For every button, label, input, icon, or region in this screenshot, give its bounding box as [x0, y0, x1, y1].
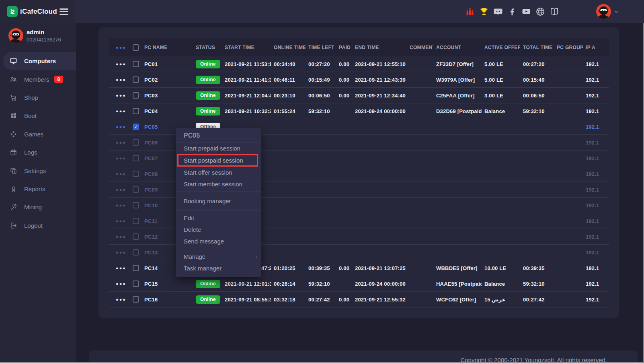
row-actions-button[interactable]: ●●● [109, 188, 129, 192]
row-actions-button[interactable]: ●●● [109, 266, 129, 270]
discord-icon[interactable] [493, 7, 503, 16]
user-profile[interactable]: admin 002041136276 [0, 28, 76, 45]
sidebar-item-mining[interactable]: Mining [0, 198, 76, 216]
row-actions-button[interactable]: ●●● [109, 203, 129, 207]
cell-total_time: 00:39:35 [520, 265, 554, 271]
cell-end_time: 2021-09-21 12:34:40 [352, 93, 407, 99]
pc-context-menu: PC05 Start prepaid sessionStart postpaid… [176, 128, 261, 277]
sidebar-item-label: Logs [24, 149, 37, 156]
menu-toggle-icon[interactable] [59, 8, 68, 15]
row-checkbox[interactable] [133, 108, 139, 114]
row-checkbox[interactable] [133, 76, 139, 83]
sidebar-item-games[interactable]: Games [0, 125, 76, 143]
row-actions-button[interactable]: ●●● [109, 140, 129, 144]
row-actions-button[interactable]: ●●● [109, 235, 129, 239]
cell-online_time: 00:34:40 [271, 61, 306, 67]
cell-account: WCFC62 [Offer] [433, 297, 482, 303]
cell-ip: 192.1 [583, 61, 609, 67]
menu-item-start-offer-session[interactable]: Start offer session [176, 167, 261, 178]
row-checkbox[interactable] [133, 155, 139, 161]
sidebar-item-label: Mining [24, 204, 42, 210]
cell-name: PC15 [142, 281, 193, 287]
cell-ip: 192.1 [583, 77, 609, 83]
row-checkbox[interactable] [133, 139, 139, 146]
row-actions-button[interactable]: ●●● [109, 250, 129, 254]
row-checkbox[interactable] [133, 202, 139, 208]
sidebar-avatar [8, 28, 23, 43]
row-checkbox[interactable] [133, 171, 139, 177]
sidebar-item-settings[interactable]: Settings [0, 161, 76, 179]
cell-account: C25FAA [Offer] [433, 93, 482, 99]
trophy-icon[interactable] [479, 7, 489, 16]
book-icon[interactable] [550, 7, 559, 16]
row-checkbox[interactable] [133, 61, 139, 67]
cell-time_left: 59:32:10 [306, 108, 336, 114]
youtube-icon[interactable] [521, 7, 531, 16]
bulk-actions-button[interactable]: ●●● [109, 45, 129, 50]
sidebar-item-members[interactable]: Members8 [0, 70, 76, 88]
row-actions-button[interactable]: ●●● [109, 219, 129, 223]
cell-online_time: 00:46:11 [271, 77, 306, 83]
row-checkbox[interactable] [133, 280, 139, 287]
divider [176, 192, 261, 192]
row-checkbox[interactable] [133, 92, 139, 99]
chevron-down-icon[interactable] [614, 8, 619, 16]
select-all-checkbox[interactable] [133, 44, 139, 51]
row-actions-button[interactable]: ●●● [109, 156, 129, 160]
cell-end_time: 2021-09-21 13:07:25 [352, 265, 407, 271]
globe-icon[interactable] [535, 7, 545, 16]
sidebar-item-computers[interactable]: Computers [3, 52, 76, 70]
column-header-active_offer: ACTIVE OFFER [482, 45, 520, 50]
row-actions-button[interactable]: ●●● [109, 282, 129, 286]
ranking-icon[interactable] [465, 7, 475, 16]
row-actions-button[interactable]: ●●● [109, 172, 129, 176]
menu-item-start-postpaid-session[interactable]: Start postpaid session [177, 154, 258, 167]
column-header-total_time: TOTAL TIME [520, 45, 554, 50]
row-checkbox[interactable] [133, 186, 139, 193]
row-checkbox[interactable] [133, 233, 139, 240]
cell-ip: 192.1 [583, 171, 609, 177]
sidebar-item-logs[interactable]: Logs [0, 143, 76, 161]
user-id: 002041136276 [27, 37, 61, 43]
cell-end_time: 2021-09-24 00:00:00 [352, 108, 407, 114]
sidebar-item-logout[interactable]: Logout [0, 217, 76, 235]
menu-item-delete[interactable]: Delete [176, 224, 261, 235]
menu-item-task-manager[interactable]: Task manager [176, 262, 261, 274]
user-avatar[interactable] [596, 4, 611, 19]
sidebar-item-boot[interactable]: Boot [0, 107, 76, 125]
cell-name: PC16 [142, 297, 193, 303]
row-actions-button[interactable]: ●●● [109, 109, 129, 113]
status-badge: Online [196, 91, 220, 100]
cell-start_time: 2021-09-21 08:55:32 [222, 297, 271, 303]
status-badge: Online [196, 76, 220, 84]
row-checkbox[interactable]: ✓ [133, 124, 139, 130]
row-actions-button[interactable]: ●●● [109, 93, 129, 97]
sidebar-item-shop[interactable]: Shop [0, 89, 76, 107]
row-actions-button[interactable]: ●●● [109, 297, 129, 301]
menu-item-send-message[interactable]: Send message [176, 235, 261, 247]
row-actions-button[interactable]: ●●● [109, 78, 129, 82]
sidebar-item-reports[interactable]: Reports [0, 180, 76, 198]
row-checkbox[interactable] [133, 265, 139, 271]
cell-time_left: 59:32:10 [306, 281, 336, 287]
logout-icon [10, 222, 17, 229]
cell-time_left: 00:27:20 [306, 61, 336, 67]
sidebar-item-label: Reports [24, 186, 45, 192]
row-checkbox[interactable] [133, 296, 139, 303]
row-actions-button[interactable]: ●●● [109, 125, 129, 129]
layers-icon [10, 167, 17, 175]
row-checkbox[interactable] [133, 249, 139, 256]
status-badge: Online [196, 60, 220, 68]
sidebar-item-label: Settings [24, 167, 46, 174]
menu-item-manage[interactable]: Manage› [176, 251, 261, 262]
row-checkbox[interactable] [133, 218, 139, 224]
brand-link[interactable]: i2 iCafeCloud [0, 0, 76, 23]
menu-item-booking-manager[interactable]: Booking manager [176, 194, 261, 208]
windows-icon [10, 112, 17, 120]
facebook-icon[interactable] [507, 7, 517, 16]
row-actions-button[interactable]: ●●● [109, 62, 129, 66]
menu-item-edit[interactable]: Edit [176, 212, 261, 224]
menu-item-start-prepaid-session[interactable]: Start prepaid session [176, 142, 261, 154]
cart-icon [10, 94, 17, 101]
menu-item-start-member-session[interactable]: Start member session [176, 178, 261, 190]
